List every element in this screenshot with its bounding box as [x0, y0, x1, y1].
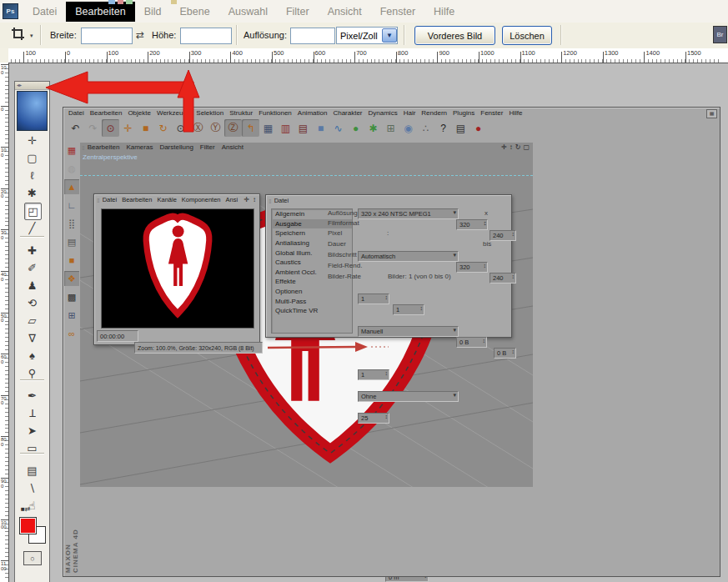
coordinate-system-icon[interactable]: ↰	[242, 119, 259, 137]
window-control-icon[interactable]: ▦	[706, 109, 717, 118]
dauer-dropdown[interactable]: Manuell	[358, 326, 459, 337]
use-model-icon[interactable]: ◍	[64, 161, 79, 176]
lasso-tool[interactable]: ℓ	[24, 168, 40, 183]
zoom-image-icon[interactable]: ↕	[253, 196, 256, 203]
add-deformer-icon[interactable]: ◉	[399, 119, 417, 137]
render-settings-icon[interactable]: ▤	[294, 119, 312, 137]
scale-icon[interactable]: ■	[137, 119, 154, 137]
notes-tool[interactable]: ▤	[24, 463, 40, 479]
render-view-icon[interactable]: ▦	[259, 119, 277, 137]
bildschritt-field[interactable]: 1	[358, 369, 389, 380]
c4d-menu-item[interactable]: Bearbeiten	[90, 109, 123, 117]
filmformat-width-field[interactable]: 320	[456, 262, 488, 273]
render-settings-category[interactable]: Multi-Pass	[272, 296, 352, 306]
c4d-menu-item[interactable]: Charakter	[333, 109, 362, 117]
bilderrate-field[interactable]: 25	[358, 413, 389, 424]
picture-viewer-menu-item[interactable]: Komponenten	[182, 196, 221, 203]
marquee-tool[interactable]: ▢	[24, 150, 40, 166]
viewport-menu-item[interactable]: Filter	[200, 143, 215, 151]
toolbox-grip[interactable]: ◂▸	[15, 82, 49, 90]
resolution-input[interactable]	[290, 28, 335, 44]
model-mode-icon[interactable]: ❖	[64, 271, 79, 286]
texture-mode-icon[interactable]: ▩	[64, 289, 79, 304]
path-select-tool[interactable]: ➤	[24, 423, 40, 439]
dauer-from-field[interactable]: 0 B	[456, 337, 487, 348]
rotate-view-icon[interactable]: ↻	[515, 143, 521, 151]
lock-z-axis-icon[interactable]: Ⓩ	[224, 119, 242, 137]
c4d-menu-item[interactable]: Hilfe	[509, 109, 522, 117]
material-icon[interactable]: ●	[469, 119, 487, 137]
width-input[interactable]	[81, 28, 133, 44]
edges-mode-icon[interactable]: ▤	[64, 234, 79, 249]
tool-dropdown-arrow-icon[interactable]: ▾	[30, 33, 33, 39]
c4d-menu-item[interactable]: Werkzeuge	[157, 109, 190, 117]
undo-icon[interactable]: ↶	[67, 119, 84, 137]
animation-mode-icon[interactable]: ∞	[64, 326, 79, 341]
crop-tool[interactable]: ◰	[24, 203, 42, 220]
history-brush-tool[interactable]: ⟲	[24, 295, 40, 311]
help-icon[interactable]: ?	[434, 119, 452, 137]
redo-icon[interactable]: ↷	[84, 119, 102, 137]
blur-tool[interactable]: ♠	[24, 348, 40, 364]
move-tool[interactable]: ✛	[24, 133, 40, 148]
foreground-color-swatch[interactable]	[19, 517, 37, 534]
viewport-menu-item[interactable]: Bearbeiten	[88, 143, 120, 151]
resolution-preset-dropdown[interactable]: 320 x 240 NTSC MPEG1	[358, 208, 459, 219]
filmformat-height-field[interactable]: 240	[490, 273, 516, 283]
panel-grip-icon[interactable]: ⣿	[82, 145, 84, 150]
c4d-menu-item[interactable]: Funktionen	[259, 109, 292, 117]
polygons-mode-icon[interactable]: ■	[64, 253, 79, 268]
picture-viewer-menu-item[interactable]: Datei	[103, 196, 118, 203]
fieldrend-dropdown[interactable]: Ohne	[358, 391, 459, 402]
swap-dimensions-icon[interactable]: ⇄	[136, 29, 144, 41]
picture-viewer-menu-item[interactable]: Kanäle	[157, 196, 176, 203]
c4d-menu-item[interactable]: Struktur	[229, 109, 253, 117]
pixel-b-field[interactable]: 1	[393, 304, 424, 315]
current-tool-crop-icon[interactable]	[11, 27, 29, 43]
pixel-a-field[interactable]: 1	[358, 294, 389, 304]
c4d-menu-item[interactable]: Dynamics	[369, 109, 398, 117]
slice-tool[interactable]: ╱	[24, 220, 40, 236]
c4d-menu-item[interactable]: Plugins	[453, 109, 474, 117]
picture-viewer-menu-item[interactable]: Ansi	[226, 196, 238, 203]
render-region-icon[interactable]: ▥	[277, 119, 294, 137]
quick-mask-mode-icon[interactable]: ○	[23, 551, 42, 565]
rotate-icon[interactable]: ↻	[154, 119, 172, 137]
rendered-image-canvas[interactable]	[101, 208, 254, 329]
panel-grip-icon[interactable]: ⣿	[269, 198, 271, 203]
pen-tool[interactable]: ✒	[24, 388, 40, 404]
add-primitive-icon[interactable]: ■	[312, 119, 329, 137]
resolution-height-field[interactable]: 240	[490, 230, 516, 241]
resolution-unit-select[interactable]: Pixel/Zoll ▼	[336, 27, 398, 44]
live-selection-icon[interactable]: ⊙	[102, 119, 119, 137]
lock-x-axis-icon[interactable]: Ⓧ	[189, 119, 207, 137]
pan-view-icon[interactable]: ✛	[501, 143, 507, 151]
viewport-menu-item[interactable]: Ansicht	[222, 143, 244, 151]
resolution-width-field[interactable]: 320	[456, 219, 488, 230]
swap-colors-icon[interactable]: ■⇄	[21, 505, 31, 513]
pan-image-icon[interactable]: ✛	[244, 196, 249, 203]
axis-mode-icon[interactable]: ∟	[64, 198, 79, 213]
filmformat-dropdown[interactable]: Automatisch	[358, 251, 459, 262]
render-settings-category[interactable]: QuickTime VR	[272, 306, 352, 316]
move-icon[interactable]: ✛	[119, 119, 137, 137]
healing-brush-tool[interactable]: ✚	[24, 243, 40, 258]
add-nurbs-icon[interactable]: ●	[347, 119, 364, 137]
c4d-menu-item[interactable]: Hair	[404, 109, 416, 117]
viewport-camera-label[interactable]: Zentralperspektive	[83, 153, 138, 161]
eraser-tool[interactable]: ▱	[24, 313, 40, 329]
viewport-menu-item[interactable]: Darstellung	[159, 143, 193, 151]
type-tool[interactable]: T	[24, 405, 40, 421]
make-editable-icon[interactable]: ▦	[64, 143, 79, 158]
c4d-menu-item[interactable]: Rendern	[421, 109, 447, 117]
combo-arrow-icon[interactable]: ▼	[382, 28, 397, 43]
viewport-menu-item[interactable]: Kameras	[126, 143, 153, 151]
clear-button[interactable]: Löschen	[502, 26, 552, 45]
bridge-icon[interactable]: Br	[713, 26, 727, 43]
c4d-menu-item[interactable]: Selektion	[196, 109, 223, 117]
c4d-menu-item[interactable]: Objekte	[128, 109, 151, 117]
eyedropper-tool[interactable]: ∖	[24, 480, 40, 496]
picture-viewer-menu-item[interactable]: Bearbeiten	[122, 196, 152, 203]
layout-icon[interactable]: ▤	[452, 119, 469, 137]
selection-icon[interactable]: ⊙	[172, 119, 189, 137]
